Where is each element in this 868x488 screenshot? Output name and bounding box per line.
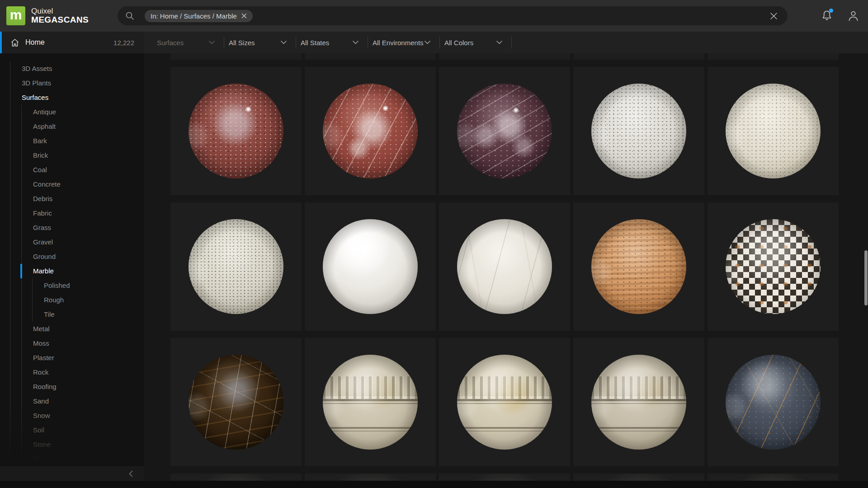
- home-label: Home: [25, 38, 45, 47]
- chevron-down-icon: [209, 41, 215, 44]
- close-icon: [770, 12, 778, 20]
- notifications-button[interactable]: [820, 9, 834, 23]
- material-tile-checkered-marble-tiles[interactable]: [708, 202, 839, 331]
- material-tile-black-veined-marble[interactable]: [170, 338, 302, 466]
- notification-badge: [829, 9, 833, 13]
- material-tile-partial[interactable]: [573, 53, 704, 60]
- material-tile-red-marble[interactable]: [170, 67, 302, 195]
- material-tile-red-veined-marble[interactable]: [305, 67, 436, 195]
- chevron-down-icon: [425, 41, 430, 44]
- material-tile-carved-marble-relief[interactable]: [439, 338, 570, 466]
- search-clear-button[interactable]: [768, 10, 779, 22]
- filter-dropdown-all-environments[interactable]: All Environments: [368, 32, 439, 53]
- user-icon: [847, 9, 859, 22]
- sidebar: 3D Assets3D PlantsSurfacesAntiqueAsphalt…: [0, 53, 144, 481]
- white-veined-marble-sphere: [457, 219, 552, 314]
- sidebar-item-surfaces[interactable]: Surfaces: [0, 90, 144, 105]
- material-tile-carved-marble-relief[interactable]: [573, 338, 704, 466]
- filter-label: All States: [301, 39, 329, 47]
- white-speckled-marble-sphere: [189, 219, 283, 314]
- material-tile-gray-speckled-marble[interactable]: [573, 67, 704, 195]
- red-veined-marble-sphere: [323, 84, 418, 178]
- carved-marble-relief-sphere: [323, 355, 418, 450]
- sidebar-item-3d-assets[interactable]: 3D Assets: [0, 61, 144, 76]
- sidebar-item-3d-plants[interactable]: 3D Plants: [0, 76, 144, 90]
- carved-marble-relief-sphere: [457, 355, 552, 450]
- search-icon: [125, 11, 135, 21]
- tree-guide-line: [10, 61, 10, 466]
- gray-speckled-marble-sphere: [591, 84, 686, 178]
- filter-dropdown-all-colors[interactable]: All Colors: [440, 32, 511, 53]
- brand-line2: MEGASCANS: [31, 15, 89, 24]
- material-tile-partial[interactable]: [305, 53, 436, 60]
- asset-grid-area: [144, 53, 868, 481]
- home-icon: [10, 38, 20, 47]
- filter-label: All Colors: [444, 39, 473, 47]
- active-section-accent: [0, 32, 2, 53]
- material-tile-partial[interactable]: [708, 53, 839, 60]
- chevron-down-icon: [496, 41, 502, 44]
- red-marble-sphere: [189, 84, 283, 178]
- filter-dropdown-all-sizes[interactable]: All Sizes: [224, 32, 296, 53]
- search-bar[interactable]: In: Home / Surfaces / Marble: [118, 6, 788, 25]
- search-filter-tag[interactable]: In: Home / Surfaces / Marble: [145, 10, 253, 22]
- brand-text: Quixel MEGASCANS: [31, 7, 89, 24]
- selected-category-indicator: [20, 264, 22, 278]
- search-filter-tag-label: In: Home / Surfaces / Marble: [151, 12, 237, 20]
- filter-separator: [511, 37, 512, 48]
- filter-label: All Sizes: [229, 39, 255, 47]
- material-tile-white-veined-marble[interactable]: [439, 202, 570, 331]
- carved-marble-relief-sphere: [591, 355, 686, 450]
- category-tree: 3D Assets3D PlantsSurfacesAntiqueAsphalt…: [0, 53, 144, 466]
- account-button[interactable]: [846, 9, 860, 23]
- chevron-down-icon: [281, 41, 287, 44]
- chevron-down-icon: [353, 41, 359, 44]
- sidebar-collapse-button[interactable]: [126, 469, 136, 479]
- filter-dropdown-surfaces[interactable]: Surfaces: [152, 32, 224, 53]
- material-tile-partial[interactable]: [439, 474, 570, 481]
- checkered-marble-tiles-sphere: [726, 219, 821, 314]
- material-tile-cream-speckled-marble[interactable]: [708, 67, 839, 195]
- material-tile-partial[interactable]: [170, 53, 302, 60]
- asset-grid: [170, 53, 868, 481]
- topbar-actions: [820, 0, 860, 32]
- black-veined-marble-sphere: [189, 355, 283, 450]
- material-tile-white-speckled-marble[interactable]: [170, 202, 302, 331]
- quixel-logo[interactable]: m Quixel MEGASCANS: [6, 6, 89, 25]
- material-tile-partial[interactable]: [305, 474, 436, 481]
- search-input[interactable]: [253, 6, 768, 25]
- nav-row: Home 12,222 SurfacesAll SizesAll StatesA…: [0, 32, 868, 53]
- filter-dropdown-all-states[interactable]: All States: [296, 32, 368, 53]
- material-tile-violet-veined-marble[interactable]: [439, 67, 570, 195]
- violet-veined-marble-sphere: [457, 84, 552, 178]
- filter-bar: SurfacesAll SizesAll StatesAll Environme…: [144, 32, 868, 53]
- cream-speckled-marble-sphere: [726, 84, 821, 178]
- travertine-sphere: [591, 219, 686, 314]
- vertical-scrollbar-thumb[interactable]: [864, 250, 868, 305]
- tree-guide-line: [21, 105, 22, 466]
- asset-count: 12,222: [113, 39, 134, 47]
- material-tile-polished-white-marble[interactable]: [305, 202, 436, 331]
- tree-guide-line: [32, 278, 33, 322]
- material-tile-carved-marble-relief[interactable]: [305, 338, 436, 466]
- material-tile-partial[interactable]: [439, 53, 570, 60]
- material-tile-partial[interactable]: [708, 474, 839, 481]
- material-tile-travertine[interactable]: [573, 202, 704, 331]
- material-tile-partial[interactable]: [170, 474, 302, 481]
- polished-white-marble-sphere: [323, 219, 418, 314]
- sidebar-footer: [0, 466, 144, 481]
- filter-label: All Environments: [373, 39, 424, 47]
- filter-label: Surfaces: [157, 39, 184, 47]
- quixel-logo-icon: m: [6, 6, 25, 25]
- slate-orange-veined-marble-sphere: [726, 355, 821, 450]
- bottom-strip: [0, 481, 868, 488]
- top-bar: m Quixel MEGASCANS In: Home / Surfaces /…: [0, 0, 868, 32]
- brand-line1: Quixel: [31, 7, 89, 15]
- material-tile-partial[interactable]: [573, 474, 704, 481]
- home-button[interactable]: Home 12,222: [0, 32, 144, 53]
- chevron-left-icon: [129, 470, 133, 477]
- tag-remove-icon[interactable]: [241, 13, 247, 19]
- material-tile-slate-orange-veined-marble[interactable]: [708, 338, 839, 466]
